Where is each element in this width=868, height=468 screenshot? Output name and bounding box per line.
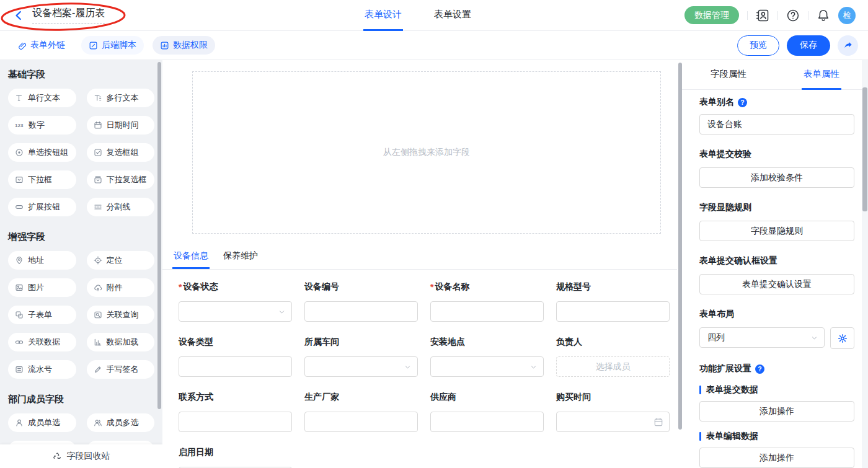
canvas-tab-1[interactable]: 保养维护: [222, 244, 259, 269]
help-icon[interactable]: ?: [738, 98, 747, 107]
help-icon[interactable]: [786, 9, 800, 22]
back-button[interactable]: [12, 9, 25, 22]
designer-toolbar: 表单外链后端脚本数据权限 预览 保存: [0, 31, 868, 60]
form-row: 设备类型所属车间安装地点负责人选择成员: [179, 336, 670, 377]
chevron-left-icon: [12, 9, 25, 22]
palette-item[interactable]: 流水号: [8, 360, 76, 379]
help-icon[interactable]: ?: [755, 364, 764, 374]
palette-item[interactable]: 数据加载: [87, 333, 155, 351]
contacts-icon[interactable]: [756, 9, 769, 22]
layout-settings-button[interactable]: [830, 327, 854, 349]
select-control[interactable]: [430, 356, 544, 377]
palette-item[interactable]: 子表单: [8, 306, 76, 324]
panel-section-label: 字段显隐规则: [699, 201, 854, 214]
help-icon: [786, 9, 800, 22]
contacts-icon: [756, 9, 769, 22]
palette-item[interactable]: 成员多选: [87, 413, 155, 432]
toolbar-action-2[interactable]: 数据权限: [153, 36, 215, 55]
header-nav-tab-0[interactable]: 表单设计: [363, 0, 403, 31]
recycle-bin-label: 字段回收站: [67, 451, 110, 462]
permission-icon: [160, 41, 169, 50]
avatar[interactable]: 检: [838, 7, 856, 24]
extension-group-button-1[interactable]: 添加操作: [699, 448, 854, 468]
related-data-icon: [15, 338, 24, 347]
field-label: 生产厂家: [304, 391, 418, 404]
text-input-control[interactable]: [430, 301, 544, 322]
palette-item[interactable]: 下拉框: [8, 170, 76, 189]
properties-panel: 字段属性表单属性 表单别名?设备台账表单提交校验添加校验条件字段显隐规则字段显隐…: [682, 60, 868, 468]
extension-group-button-0[interactable]: 添加操作: [699, 401, 854, 422]
text-input-control[interactable]: [556, 301, 670, 322]
form-field: 所属车间: [304, 336, 418, 377]
multiselect-icon: [94, 175, 102, 184]
text-input-control[interactable]: [179, 356, 292, 377]
chevron-down-icon: [404, 363, 412, 371]
properties-tab-0[interactable]: 字段属性: [682, 60, 775, 89]
field-recycle-bin[interactable]: 字段回收站: [0, 444, 162, 468]
palette-item[interactable]: 单选按钮组: [8, 143, 76, 162]
canvas-scrollbar[interactable]: [678, 63, 682, 430]
palette-item[interactable]: 定位: [87, 251, 155, 270]
form-field: 启用日期: [179, 446, 292, 468]
panel-scrollbar[interactable]: [862, 87, 867, 211]
panel-section-button-1[interactable]: 字段显隐规则: [699, 221, 854, 241]
palette-item[interactable]: 附件: [87, 278, 155, 297]
divider: [747, 11, 748, 20]
header-nav-tab-1[interactable]: 表单设置: [433, 0, 472, 31]
app-header: 设备档案-履历表 表单设计表单设置 数据管理 检: [0, 0, 868, 31]
palette-item[interactable]: 下拉复选框: [87, 170, 155, 189]
form-alias-input[interactable]: 设备台账: [699, 114, 854, 135]
panel-section-button-2[interactable]: 表单提交确认设置: [699, 274, 854, 294]
attachment-icon: [94, 283, 102, 292]
palette-item[interactable]: 手写签名: [87, 360, 155, 379]
share-button[interactable]: [838, 35, 858, 56]
field-label: *设备名称: [430, 281, 544, 293]
palette-item[interactable]: 扩展按钮: [8, 198, 76, 216]
field-dropzone[interactable]: 从左侧拖拽来添加字段: [192, 71, 661, 234]
form-alias-label: 表单别名?: [699, 96, 854, 108]
palette-item[interactable]: 图片: [8, 278, 76, 297]
palette-item[interactable]: 分割线: [87, 198, 155, 216]
select-control[interactable]: [179, 301, 292, 322]
palette-item[interactable]: 复选框组: [87, 143, 155, 162]
text-input-control[interactable]: [179, 412, 292, 432]
gear-icon: [838, 333, 848, 343]
form-field: *设备名称: [430, 281, 544, 322]
form-field: 生产厂家: [304, 391, 418, 432]
member-picker-control[interactable]: 选择成员: [556, 356, 670, 377]
form-row: 启用日期: [179, 446, 670, 468]
form-layout-select[interactable]: 四列: [699, 327, 825, 348]
bell-icon[interactable]: [817, 9, 830, 22]
text-input-control[interactable]: [304, 301, 418, 322]
palette-item[interactable]: 关联数据: [8, 333, 76, 351]
form-field: 设备类型: [179, 336, 292, 377]
palette-item[interactable]: 关联查询: [87, 306, 155, 324]
panel-section-button-0[interactable]: 添加校验条件: [699, 167, 854, 188]
palette-item[interactable]: 多行文本: [87, 89, 155, 107]
signature-icon: [94, 365, 102, 374]
date-control[interactable]: [556, 412, 670, 432]
member-single-icon: [15, 418, 24, 427]
palette-item[interactable]: 日期时间: [87, 116, 155, 135]
palette-item[interactable]: 123数字: [8, 116, 76, 135]
toolbar-action-1[interactable]: 后端脚本: [81, 36, 144, 55]
field-palette-sidebar: 基础字段单行文本多行文本123数字日期时间单选按钮组复选框组下拉框下拉复选框扩展…: [0, 60, 162, 468]
properties-tab-1[interactable]: 表单属性: [775, 60, 868, 89]
text-input-control[interactable]: [304, 412, 418, 432]
toolbar-action-0[interactable]: 表单外链: [10, 36, 73, 55]
palette-item[interactable]: 单行文本: [8, 89, 76, 107]
data-manage-button[interactable]: 数据管理: [684, 6, 739, 24]
palette-item[interactable]: 地址: [8, 251, 76, 270]
form-layout-row: 四列: [699, 327, 854, 349]
text-input-control[interactable]: [430, 412, 544, 432]
palette-item[interactable]: 成员单选: [8, 413, 76, 432]
select-control[interactable]: [304, 356, 418, 377]
field-label: 设备类型: [179, 336, 292, 348]
canvas-tab-0[interactable]: 设备信息: [172, 244, 210, 269]
form-field: 供应商: [430, 391, 544, 432]
sidebar-scrollbar[interactable]: [157, 62, 161, 409]
serial-number-icon: [15, 365, 24, 374]
divider: [808, 11, 808, 20]
preview-button[interactable]: 预览: [737, 35, 779, 56]
save-button[interactable]: 保存: [787, 35, 830, 56]
